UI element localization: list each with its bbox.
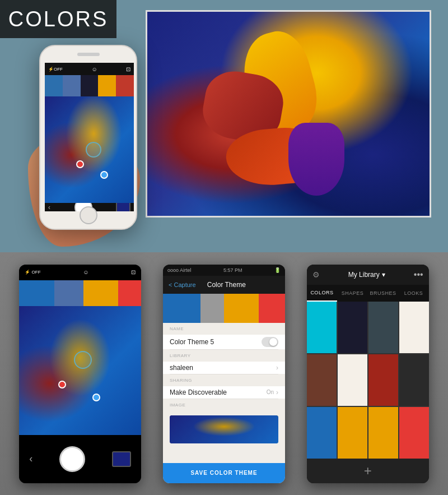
colors-title-box: COLORS <box>0 0 116 38</box>
phone-body: ⚡OFF ☺ ⊡ <box>39 45 137 230</box>
artwork-frame <box>146 10 431 218</box>
card2-image-label: IMAGE <box>170 403 278 408</box>
card2-navigation: < Capture Color Theme <box>163 276 285 294</box>
phone-mockup: ⚡OFF ☺ ⊡ <box>28 34 151 247</box>
grid-cell-7[interactable] <box>368 354 398 406</box>
card2-image-thumbnail <box>170 415 278 443</box>
phone-blue-indicator <box>100 171 108 179</box>
grid-cell-2[interactable] <box>338 302 367 353</box>
flash-label: ⚡OFF <box>48 67 63 72</box>
app-title: COLORS <box>8 7 108 31</box>
grid-cell-10[interactable] <box>338 407 367 459</box>
card1-camera-icon: ⊡ <box>131 269 136 275</box>
color-swatch-5 <box>116 75 134 96</box>
card1-bottom-bar: ‹ <box>19 435 141 483</box>
tab-looks[interactable]: LOOKS <box>398 285 429 302</box>
color-swatch-4 <box>98 75 116 96</box>
card3-more-options-icon[interactable]: ••• <box>414 270 423 280</box>
grid-cell-3[interactable] <box>368 302 398 353</box>
library-title-text: My Library <box>348 271 380 279</box>
card1-art-area <box>19 306 141 435</box>
card2-swatch-gray <box>200 294 224 323</box>
smile-icon: ☺ <box>91 66 97 72</box>
card3-tabs: COLORS SHAPES BRUSHES LOOKS <box>307 285 429 302</box>
gallery-preview[interactable] <box>116 202 130 212</box>
card2-library-row[interactable]: shaleen › <box>163 362 285 374</box>
grid-cell-12[interactable] <box>399 407 429 459</box>
color-swatch-2 <box>63 75 81 96</box>
card1-toolbar: ⚡ OFF ☺ ⊡ <box>19 265 141 280</box>
card2-discoverable-row[interactable]: Make Discoverable On › <box>163 386 285 399</box>
card2-library-value: shaleen <box>170 364 193 372</box>
card3-library-title: My Library ▾ <box>348 271 385 279</box>
card3-color-grid <box>307 302 429 459</box>
grid-cell-4[interactable] <box>399 302 429 353</box>
card2-screen-title: Color Theme <box>207 281 246 289</box>
card1-shutter-button[interactable] <box>59 446 85 472</box>
mural-shape-purple <box>288 123 344 196</box>
card2-image-section: IMAGE <box>163 399 285 411</box>
tab-shapes[interactable]: SHAPES <box>337 285 368 302</box>
card3-gear-icon[interactable]: ⚙ <box>312 270 320 279</box>
phone-camera-area <box>45 96 134 203</box>
top-section: COLORS ⚡OFF ☺ ⊡ <box>0 0 448 252</box>
card1-gallery-preview[interactable] <box>112 451 131 467</box>
camera-icon: ⊡ <box>126 66 130 72</box>
tab-colors[interactable]: COLORS <box>307 285 338 302</box>
card1-swatch-blue <box>19 280 54 306</box>
artwork-background <box>147 12 430 216</box>
grid-cell-11[interactable] <box>368 407 398 459</box>
save-button-label: SAVE COLOR THEME <box>190 470 257 476</box>
back-chevron-icon: ‹ <box>48 203 50 211</box>
card2-sharing-label: SHARING <box>170 378 278 383</box>
card2-toggle-thumb <box>269 338 277 346</box>
card2-name-value: Color Theme 5 <box>170 338 214 346</box>
add-color-theme-button[interactable]: + <box>307 459 429 483</box>
card2-discoverable-label: Make Discoverable <box>170 388 227 396</box>
phone-red-indicator <box>76 160 84 168</box>
color-swatch-3 <box>81 75 99 96</box>
card1-blue-dot <box>92 394 100 401</box>
library-dropdown-icon[interactable]: ▾ <box>382 271 385 279</box>
card-camera-view: ⚡ OFF ☺ ⊡ ‹ <box>19 265 141 483</box>
card1-swatch-yellow <box>83 280 118 306</box>
grid-cell-1[interactable] <box>307 302 337 353</box>
card2-toggle[interactable] <box>262 337 278 347</box>
card1-flash-label: ⚡ OFF <box>25 270 40 275</box>
card1-swatch-grayblue <box>54 280 83 306</box>
card3-header: ⚙ My Library ▾ ••• <box>307 265 429 285</box>
card2-name-row: Color Theme 5 <box>163 335 285 349</box>
card2-swatch-red <box>259 294 285 323</box>
card2-image-area <box>163 411 285 448</box>
card1-picker-circle <box>74 351 92 369</box>
card2-on-text: On <box>267 389 274 395</box>
phone-home-button[interactable] <box>80 206 97 224</box>
battery-indicator: 🔋 <box>274 267 281 273</box>
card2-name-section: NAME <box>163 323 285 335</box>
card2-library-section: LIBRARY <box>163 350 285 362</box>
card2-swatch-blue <box>163 294 200 323</box>
card2-color-strip <box>163 294 285 323</box>
save-color-theme-button[interactable]: SAVE COLOR THEME <box>163 463 285 483</box>
grid-cell-6[interactable] <box>338 354 367 406</box>
grid-cell-5[interactable] <box>307 354 337 406</box>
grid-cell-8[interactable] <box>399 354 429 406</box>
carrier-label: oooo Airtel <box>167 267 192 273</box>
tab-brushes[interactable]: BRUSHES <box>368 285 399 302</box>
back-capture-link[interactable]: < Capture <box>169 281 196 288</box>
grid-cell-9[interactable] <box>307 407 337 459</box>
phone-speaker <box>77 53 100 56</box>
card2-swatch-yellow <box>224 294 259 323</box>
card2-library-label: LIBRARY <box>170 353 278 358</box>
phone-toolbar: ⚡OFF ☺ ⊡ <box>45 63 134 75</box>
card2-body: NAME Color Theme 5 LIBRARY shaleen › <box>163 323 285 483</box>
bottom-section: ⚡ OFF ☺ ⊡ ‹ oooo Airtel 5:57 PM <box>0 252 448 495</box>
phone-color-picker-circle <box>86 142 101 158</box>
card2-library-chevron-icon: › <box>276 364 278 372</box>
thumbnail-overlay <box>170 415 278 443</box>
card1-back-icon: ‹ <box>29 453 32 465</box>
phone-screen: ⚡OFF ☺ ⊡ <box>45 63 134 211</box>
card1-smile-icon: ☺ <box>83 269 88 275</box>
time-label: 5:57 PM <box>223 267 242 273</box>
add-icon: + <box>364 463 372 479</box>
